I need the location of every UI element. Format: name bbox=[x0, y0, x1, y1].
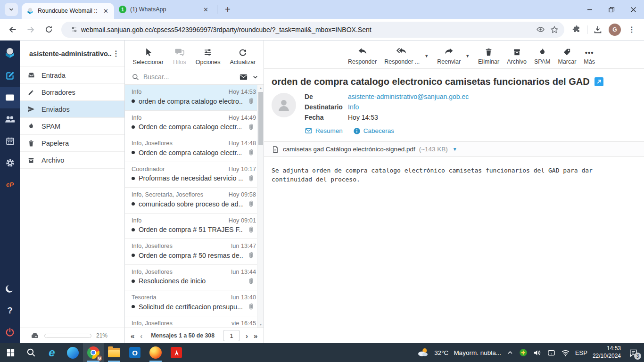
taskbar-search-button[interactable] bbox=[21, 343, 41, 362]
language-indicator[interactable]: ESP bbox=[575, 349, 587, 356]
message-row[interactable]: Tesorerialun 13:40 Solicitud de certific… bbox=[125, 290, 257, 316]
wifi-icon[interactable] bbox=[561, 348, 570, 357]
tab-close-icon[interactable]: ✕ bbox=[202, 6, 209, 13]
action-center-button[interactable]: 3 bbox=[626, 346, 640, 360]
summary-link[interactable]: Resumen bbox=[305, 127, 343, 135]
profile-avatar[interactable]: G bbox=[607, 22, 622, 37]
options-button[interactable]: Opciones bbox=[196, 47, 221, 66]
browser-menu-icon[interactable]: ⋮ bbox=[624, 22, 639, 37]
page-number-input[interactable] bbox=[223, 330, 240, 341]
select-button[interactable]: Seleccionar bbox=[133, 47, 164, 66]
tab-search-button[interactable] bbox=[5, 3, 18, 16]
forward-button[interactable] bbox=[23, 22, 38, 37]
settings-nav-button[interactable] bbox=[0, 152, 20, 173]
antivirus-icon[interactable] bbox=[519, 348, 528, 357]
weather-icon[interactable] bbox=[417, 346, 429, 359]
message-row[interactable]: CoordinadorHoy 10:17 Proformas de necesi… bbox=[125, 162, 257, 188]
reply-button[interactable]: Responder bbox=[348, 46, 377, 65]
sidebar-item-spam[interactable]: SPAM bbox=[20, 118, 124, 135]
tab-whatsapp[interactable]: 1 (1) WhatsApp ✕ bbox=[114, 1, 214, 17]
url-text[interactable]: webmail.sanjuan.gob.ec/cpsess5423996997/… bbox=[81, 26, 533, 33]
archive-button[interactable]: Archivo bbox=[507, 46, 527, 65]
sidebar-item-borradores[interactable]: Borradores bbox=[20, 84, 124, 101]
reply-all-menu-caret[interactable]: ▼ bbox=[424, 54, 429, 58]
next-page-button[interactable]: › bbox=[246, 332, 248, 339]
threads-button[interactable]: Hilos bbox=[173, 47, 186, 66]
headers-link[interactable]: Cabeceras bbox=[353, 127, 394, 135]
help-button[interactable]: ? bbox=[0, 300, 20, 321]
mail-nav-button[interactable] bbox=[0, 87, 20, 108]
new-tab-button[interactable]: + bbox=[220, 4, 235, 15]
scroll-down-arrow[interactable]: ▼ bbox=[257, 323, 264, 326]
internet-explorer-icon[interactable]: e bbox=[41, 343, 62, 362]
volume-icon[interactable] bbox=[533, 348, 542, 357]
search-options-chevron-icon[interactable] bbox=[252, 74, 259, 81]
close-button[interactable] bbox=[622, 0, 644, 19]
compose-button[interactable] bbox=[0, 65, 20, 87]
outlook-icon[interactable]: O bbox=[124, 343, 145, 362]
tab-close-icon[interactable]: ✕ bbox=[102, 8, 109, 15]
scroll-up-arrow[interactable]: ▲ bbox=[257, 86, 264, 90]
message-row[interactable]: Info, Josefloresvie 16:45 bbox=[125, 316, 257, 328]
contacts-nav-button[interactable] bbox=[0, 108, 20, 130]
message-row[interactable]: InfoHoy 09:01 Orden de compra # 51 TRAJE… bbox=[125, 214, 257, 239]
spam-button[interactable]: SPAM bbox=[534, 46, 551, 65]
firefox-icon[interactable] bbox=[145, 343, 166, 362]
last-page-button[interactable]: » bbox=[254, 332, 257, 339]
account-menu-icon[interactable]: ⋮ bbox=[112, 49, 120, 58]
start-button[interactable] bbox=[0, 343, 21, 362]
first-page-button[interactable]: « bbox=[131, 332, 134, 339]
sidebar-item-enviados[interactable]: Enviados bbox=[20, 101, 124, 118]
display-connect-icon[interactable] bbox=[547, 348, 556, 357]
calendar-nav-button[interactable] bbox=[0, 130, 20, 152]
weather-condition[interactable]: Mayorm. nubla... bbox=[454, 349, 501, 356]
forward-menu-caret[interactable]: ▼ bbox=[465, 54, 470, 58]
delete-button[interactable]: Eliminar bbox=[478, 46, 499, 65]
forward-button[interactable]: Reenviar bbox=[437, 46, 461, 65]
file-explorer-icon[interactable] bbox=[104, 343, 124, 362]
open-external-icon[interactable] bbox=[594, 77, 603, 86]
message-row[interactable]: Info, Josefloreslun 13:47 Orden de compr… bbox=[125, 239, 257, 265]
tab-roundcube[interactable]: Roundcube Webmail :: Enviados ✕ bbox=[22, 3, 114, 19]
edge-icon[interactable] bbox=[62, 343, 83, 362]
to-address[interactable]: Info bbox=[348, 103, 469, 111]
dark-mode-button[interactable] bbox=[0, 278, 20, 300]
search-scope-envelope-icon[interactable] bbox=[239, 73, 248, 82]
attachment-menu-caret[interactable]: ▼ bbox=[453, 147, 457, 152]
more-button[interactable]: •••Más bbox=[584, 46, 595, 65]
mark-button[interactable]: Marcar bbox=[558, 46, 576, 65]
reply-all-button[interactable]: Responder ... bbox=[384, 46, 420, 65]
message-row[interactable]: InfoHoy 14:53 orden de compra catalogo e… bbox=[125, 85, 257, 111]
downloads-icon[interactable] bbox=[590, 22, 605, 37]
cpanel-button[interactable]: cP bbox=[0, 173, 20, 195]
from-address[interactable]: asistente-administrativo@sanjuan.gob.ec bbox=[348, 93, 469, 100]
logout-button[interactable] bbox=[0, 321, 20, 343]
restore-button[interactable] bbox=[601, 0, 622, 19]
taskbar-clock[interactable]: 14:53 22/10/2024 bbox=[593, 345, 621, 360]
preview-eye-icon[interactable] bbox=[533, 23, 547, 37]
sidebar-item-archivo[interactable]: Archivo bbox=[20, 152, 124, 169]
message-row[interactable]: Info, JosefloresHoy 14:48 Orden de compr… bbox=[125, 136, 257, 162]
search-input[interactable] bbox=[143, 73, 235, 81]
prev-page-button[interactable]: ‹ bbox=[140, 332, 142, 339]
attachment-name[interactable]: camisetas gad Catálogo electrónico-signe… bbox=[283, 146, 415, 153]
sidebar-item-entrada[interactable]: Entrada bbox=[20, 67, 124, 84]
extensions-icon[interactable] bbox=[569, 22, 584, 37]
message-row[interactable]: Info, Secretaria, JosefloresHoy 09:58 co… bbox=[125, 188, 257, 214]
weather-temp[interactable]: 32°C bbox=[434, 349, 448, 356]
tray-expand-chevron-icon[interactable] bbox=[506, 349, 514, 356]
address-bar[interactable]: webmail.sanjuan.gob.ec/cpsess5423996997/… bbox=[61, 22, 564, 38]
list-scrollbar[interactable]: ▲ ▼ bbox=[257, 85, 264, 328]
site-settings-icon[interactable] bbox=[67, 23, 81, 37]
sidebar-item-papelera[interactable]: Papelera bbox=[20, 135, 124, 152]
message-row[interactable]: Info, Josefloreslun 13:44 Resoluciones d… bbox=[125, 265, 257, 291]
minimize-button[interactable] bbox=[579, 0, 601, 19]
scrollbar-thumb[interactable] bbox=[258, 92, 263, 145]
chrome-icon[interactable]: G bbox=[83, 343, 104, 362]
message-row[interactable]: InfoHoy 14:49 Orden de compra catalogo e… bbox=[125, 111, 257, 137]
reload-button[interactable] bbox=[41, 22, 56, 37]
acrobat-icon[interactable] bbox=[166, 343, 187, 362]
bookmark-star-icon[interactable] bbox=[547, 23, 561, 37]
attachment-bar[interactable]: camisetas gad Catálogo electrónico-signe… bbox=[264, 141, 644, 157]
back-button[interactable] bbox=[5, 22, 20, 37]
